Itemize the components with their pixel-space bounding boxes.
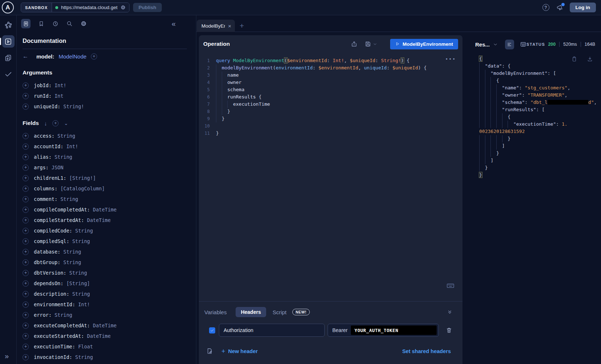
tab-script[interactable]: Script: [273, 309, 287, 315]
rail-operation-collections-icon[interactable]: [2, 52, 15, 64]
add-field-icon[interactable]: [23, 302, 29, 308]
argument-type-link[interactable]: Int: [55, 93, 63, 99]
fields-options-chevron-icon[interactable]: [64, 121, 68, 126]
field-type-link[interactable]: DateTime: [87, 333, 111, 339]
bookmarks-icon[interactable]: [38, 21, 44, 27]
delete-header-icon[interactable]: [446, 327, 452, 333]
add-field-icon[interactable]: [23, 133, 29, 139]
field-type-link[interactable]: String: [72, 291, 90, 297]
back-icon[interactable]: [23, 53, 32, 60]
formatted-view-toggle[interactable]: [505, 40, 514, 49]
header-enabled-checkbox[interactable]: [209, 327, 215, 333]
run-operation-button[interactable]: ModelByEnvironment: [390, 39, 458, 49]
field-type-link[interactable]: String: [75, 354, 93, 360]
save-operation-group[interactable]: [365, 41, 377, 47]
add-field-icon[interactable]: [23, 280, 29, 287]
breadcrumb-type-link[interactable]: ModelNode: [59, 53, 87, 60]
add-argument-icon[interactable]: [23, 82, 29, 89]
add-field-icon[interactable]: [23, 228, 29, 234]
add-field-icon[interactable]: [23, 270, 29, 276]
field-type-link[interactable]: [CatalogColumn]: [60, 186, 105, 191]
header-key-input[interactable]: [219, 324, 325, 337]
search-icon[interactable]: [66, 20, 73, 27]
field-type-link[interactable]: JSON: [52, 165, 64, 170]
header-value-field[interactable]: Bearer YOUR_AUTH_TOKEN: [328, 324, 439, 337]
help-icon[interactable]: [542, 4, 549, 11]
field-type-link[interactable]: String: [69, 270, 87, 276]
collapse-panel-icon[interactable]: [447, 309, 453, 315]
sort-fields-icon[interactable]: [44, 120, 47, 126]
collapse-doc-panel-icon[interactable]: [172, 20, 176, 27]
field-type-link[interactable]: [String]: [66, 280, 90, 286]
close-tab-icon[interactable]: [228, 23, 231, 29]
add-field-icon[interactable]: [23, 217, 29, 223]
apollo-logo[interactable]: A: [2, 1, 14, 13]
tab-variables[interactable]: Variables: [204, 309, 227, 315]
response-dropdown-label[interactable]: Res...: [475, 41, 490, 48]
add-field-icon[interactable]: [23, 354, 29, 360]
announcements-button[interactable]: [556, 4, 564, 11]
argument-type-link[interactable]: Int!: [55, 82, 67, 88]
add-field-icon[interactable]: [23, 143, 29, 150]
login-button[interactable]: Log in: [570, 3, 596, 12]
field-type-link[interactable]: String: [72, 238, 90, 244]
operation-editor[interactable]: 1query ModelByEnvironment($environmentId…: [199, 53, 462, 301]
add-field-icon[interactable]: [23, 291, 29, 297]
endpoint-url-box[interactable]: https://metadata.cloud.get: [52, 3, 129, 12]
endpoint-url[interactable]: https://metadata.cloud.get: [61, 5, 117, 10]
add-field-icon[interactable]: [91, 53, 97, 60]
field-type-link[interactable]: DateTime: [93, 207, 117, 213]
expand-rail-icon[interactable]: [5, 352, 9, 360]
field-type-link[interactable]: DateTime: [93, 323, 117, 328]
rail-schema-icon[interactable]: [2, 19, 15, 31]
endpoint-settings-icon[interactable]: [120, 5, 126, 10]
add-field-icon[interactable]: [23, 207, 29, 213]
divider: [581, 42, 581, 47]
response-dropdown-chevron-icon[interactable]: [493, 42, 498, 47]
field-type-link[interactable]: String: [57, 133, 75, 139]
field-type-link[interactable]: Float: [78, 344, 93, 349]
field-type-link[interactable]: String: [63, 259, 81, 265]
argument-type-link[interactable]: String!: [63, 104, 84, 109]
add-field-icon[interactable]: [23, 154, 29, 160]
field-type-link[interactable]: Int!: [66, 143, 78, 149]
field-type-link[interactable]: DateTime: [87, 217, 111, 223]
keyboard-shortcuts-icon[interactable]: [446, 282, 454, 290]
field-type-link[interactable]: [String!]: [69, 175, 96, 181]
field-type-link[interactable]: String: [75, 228, 93, 234]
history-icon[interactable]: [52, 20, 59, 27]
add-field-icon[interactable]: [23, 312, 29, 318]
publish-button[interactable]: Publish: [133, 3, 162, 12]
add-field-icon[interactable]: [23, 196, 29, 202]
rail-checks-icon[interactable]: [2, 68, 15, 80]
field-type-link[interactable]: String: [55, 154, 72, 160]
add-field-icon[interactable]: [23, 165, 29, 171]
tab-headers[interactable]: Headers: [236, 307, 266, 317]
field-type-link[interactable]: String: [63, 249, 81, 255]
auth-token-redacted[interactable]: YOUR_AUTH_TOKEN: [351, 325, 437, 335]
table-view-toggle[interactable]: [520, 41, 526, 48]
set-shared-headers-link[interactable]: Set shared headers: [402, 348, 451, 354]
add-field-icon[interactable]: [23, 259, 29, 266]
new-tab-icon[interactable]: [240, 22, 244, 29]
field-type-link[interactable]: String: [55, 312, 72, 318]
add-all-fields-icon[interactable]: [52, 120, 59, 126]
field-type-link[interactable]: Int!: [78, 302, 90, 307]
share-operation-icon[interactable]: [351, 41, 357, 47]
rail-explorer-icon[interactable]: [2, 35, 15, 48]
add-argument-icon[interactable]: [23, 104, 29, 110]
add-field-icon[interactable]: [23, 333, 29, 339]
add-field-icon[interactable]: [23, 175, 29, 181]
new-header-button[interactable]: New header: [221, 348, 258, 355]
add-field-icon[interactable]: [23, 344, 29, 350]
settings-icon[interactable]: [80, 20, 87, 27]
documentation-tab-icon[interactable]: [21, 19, 31, 28]
add-field-icon[interactable]: [23, 249, 29, 255]
add-argument-icon[interactable]: [23, 93, 29, 99]
add-field-icon[interactable]: [23, 186, 29, 192]
edit-as-text-icon[interactable]: [206, 348, 213, 355]
operation-tab[interactable]: ModelByEnvi...: [197, 20, 235, 32]
add-field-icon[interactable]: [23, 238, 29, 244]
field-type-link[interactable]: String: [60, 196, 78, 202]
add-field-icon[interactable]: [23, 323, 29, 329]
